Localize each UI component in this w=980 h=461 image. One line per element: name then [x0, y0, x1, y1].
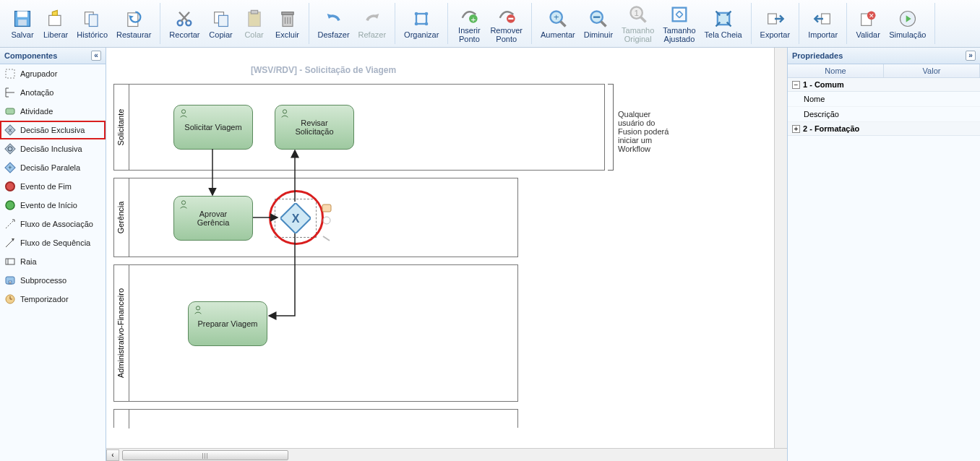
prop-row-nome[interactable]: Nome	[788, 92, 980, 107]
svg-line-34	[640, 17, 645, 22]
zoom-original-button[interactable]: 1Tamanho Original	[617, 3, 658, 44]
activity-icon	[4, 105, 16, 117]
zoom-fit-icon	[669, 4, 689, 25]
component-item-gw-plus[interactable]: +Decisão Paralela	[0, 158, 106, 177]
task-aprovar-gerencia[interactable]: Aprovar Gerência	[173, 196, 253, 241]
component-label: Agrupador	[20, 69, 57, 78]
prop-group-comum[interactable]: −1 - Comum	[788, 78, 980, 92]
delete-button[interactable]: Excluir	[271, 3, 304, 44]
remove-point-icon	[497, 4, 517, 25]
scroll-left-icon[interactable]: ‹	[106, 449, 119, 461]
zoom-1-icon: 1	[628, 4, 648, 25]
history-button[interactable]: Histórico	[72, 3, 112, 44]
component-label: Decisão Exclusiva	[20, 126, 85, 134]
copy-button[interactable]: Copiar	[205, 3, 238, 44]
col-header-name[interactable]: Nome	[788, 64, 884, 77]
copy-icon	[211, 9, 231, 29]
svg-rect-44	[6, 69, 14, 78]
lane-solicitante[interactable]: Solicitante Solicitar Viagem Revisar Sol…	[113, 84, 605, 171]
component-item-flow-assoc[interactable]: Fluxo de Associação	[0, 215, 106, 233]
ribbon-toolbar: Salvar Liberar Histórico Restaurar Recor…	[0, 0, 980, 48]
plus-icon[interactable]: +	[792, 125, 800, 133]
component-item-activity[interactable]: Atividade	[0, 102, 106, 121]
horizontal-scrollbar[interactable]: ‹	[106, 448, 787, 461]
component-label: Evento de Início	[20, 201, 77, 210]
highlight-circle	[269, 190, 324, 245]
gw-x-icon: X	[4, 124, 16, 136]
gw-plus-icon: +	[4, 162, 16, 173]
diagram-canvas[interactable]: [WSV/RDV] - Solicitação de Viagem Solici…	[106, 48, 788, 461]
export-button[interactable]: Exportar	[756, 3, 795, 44]
floppy-icon	[12, 9, 33, 29]
component-label: Evento de Fim	[20, 182, 72, 191]
lane-partial[interactable]	[113, 409, 518, 428]
scissors-icon	[174, 9, 194, 29]
undo-icon	[324, 9, 344, 29]
trash-icon	[278, 9, 298, 29]
svg-point-54	[6, 201, 14, 210]
task-solicitar-viagem[interactable]: Solicitar Viagem	[173, 105, 253, 150]
component-item-lane[interactable]: Raia	[0, 252, 106, 271]
annot-icon	[4, 87, 16, 98]
fullscreen-button[interactable]: Tela Cheia	[700, 3, 747, 44]
zoom-in-icon: +	[548, 9, 568, 29]
remove-point-button[interactable]: Remover Ponto	[486, 3, 527, 44]
prop-group-formatacao[interactable]: +2 - Formatação	[788, 122, 980, 136]
redo-button[interactable]: Refazer	[354, 3, 391, 44]
user-icon	[280, 108, 290, 119]
svg-rect-5	[89, 14, 98, 26]
lane-icon	[4, 256, 16, 267]
component-item-gw-x[interactable]: XDecisão Exclusiva	[0, 121, 106, 139]
vertical-scrollbar[interactable]	[774, 48, 787, 448]
organize-button[interactable]: Organizar	[400, 3, 443, 44]
cut-button[interactable]: Recortar	[165, 3, 204, 44]
zoom-out-button[interactable]: Diminuir	[580, 3, 617, 44]
lane-note: Qualquer usuário do Fusion poderá inicia…	[618, 110, 676, 153]
bracket-icon	[608, 84, 614, 171]
lane-gerencia[interactable]: Gerência Aprovar Gerência X	[113, 178, 518, 257]
svg-point-22	[425, 22, 429, 25]
svg-rect-18	[416, 14, 426, 24]
svg-point-53	[6, 182, 14, 191]
restore-button[interactable]: Restaurar	[112, 3, 155, 44]
minus-icon[interactable]: −	[792, 81, 800, 89]
svg-point-20	[425, 12, 429, 15]
svg-rect-32	[593, 16, 600, 17]
svg-line-28	[560, 21, 565, 26]
paste-button[interactable]: Colar	[238, 3, 271, 44]
component-item-subproc[interactable]: +Subprocesso	[0, 271, 106, 290]
svg-rect-57	[6, 259, 14, 264]
validate-button[interactable]: ✕Validar	[851, 3, 885, 44]
lane-admin-fin[interactable]: Administrativo-Financeiro Preparar Viage…	[113, 264, 518, 402]
task-revisar-solicitacao[interactable]: Revisar Solicitação	[275, 105, 354, 150]
add-point-icon: +	[459, 4, 479, 25]
component-item-annot[interactable]: Anotação	[0, 83, 106, 102]
component-item-gw-o[interactable]: Decisão Inclusiva	[0, 139, 106, 158]
component-item-timer[interactable]: Temporizador	[0, 290, 106, 309]
import-button[interactable]: Importar	[804, 3, 842, 44]
ev-start-icon	[4, 199, 16, 211]
insert-point-button[interactable]: +Inserir Ponto	[452, 3, 486, 44]
col-header-value[interactable]: Valor	[884, 64, 980, 77]
scroll-thumb[interactable]	[122, 450, 288, 460]
collapse-right-icon[interactable]: »	[966, 51, 976, 61]
validate-icon: ✕	[858, 9, 878, 29]
release-button[interactable]: Liberar	[39, 3, 72, 44]
collapse-left-icon[interactable]: «	[91, 51, 101, 61]
save-button[interactable]: Salvar	[6, 3, 39, 44]
component-item-group[interactable]: Agrupador	[0, 64, 106, 83]
zoom-out-icon	[588, 9, 609, 29]
svg-rect-12	[251, 10, 257, 14]
zoom-fit-button[interactable]: Tamanho Ajustado	[658, 3, 700, 44]
component-item-ev-start[interactable]: Evento de Início	[0, 196, 106, 215]
undo-button[interactable]: Desfazer	[314, 3, 354, 44]
task-preparar-viagem[interactable]: Preparar Viagem	[188, 301, 267, 346]
svg-point-21	[415, 22, 418, 25]
component-item-ev-end[interactable]: Evento de Fim	[0, 177, 106, 196]
simulate-button[interactable]: Simulação	[885, 3, 930, 44]
context-toolbar	[321, 203, 335, 248]
component-item-flow-seq[interactable]: Fluxo de Sequência	[0, 233, 106, 252]
zoom-in-button[interactable]: +Aumentar	[536, 3, 580, 44]
properties-columns: Nome Valor	[788, 64, 980, 78]
prop-row-descricao[interactable]: Descrição	[788, 107, 980, 122]
